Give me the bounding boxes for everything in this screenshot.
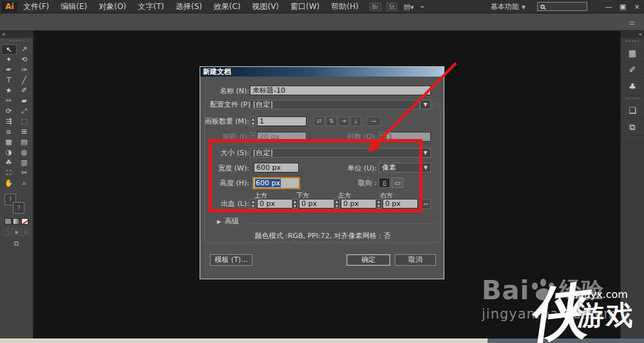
draw-inside-button[interactable]: ◲ (21, 228, 30, 236)
zoom-tool[interactable]: ⌕ (17, 178, 32, 189)
grid-by-column-button[interactable]: ⇅ (326, 116, 337, 126)
height-input[interactable]: 600 px (252, 177, 300, 189)
bleed-bottom-stepper[interactable]: ▲▼ (292, 199, 298, 209)
profile-dropdown[interactable]: [自定] (250, 100, 420, 109)
none-button[interactable] (21, 218, 28, 225)
rotate-tool[interactable]: ⟳ (1, 106, 17, 116)
grid-by-row-button[interactable]: ⇄ (314, 116, 325, 126)
width-input[interactable]: 600 px (254, 163, 299, 172)
close-button[interactable]: × (630, 0, 644, 14)
swatches-panel-icon[interactable]: ▦ (621, 45, 644, 62)
template-button[interactable]: 模板 (T)... (210, 254, 252, 266)
tools-panel-collapse[interactable]: « (0, 31, 33, 38)
bleed-left-input[interactable]: 0 px (341, 199, 376, 209)
advanced-expander-icon[interactable]: ▶ (217, 219, 221, 225)
magic-wand-tool[interactable]: ✦ (1, 55, 17, 65)
arrange-by-row-button[interactable]: ⇥ (338, 116, 349, 126)
eraser-tool[interactable]: ▰ (17, 96, 32, 106)
bleed-left-stepper[interactable]: ▲▼ (334, 199, 340, 209)
layers-panel-icon[interactable]: ❏ (621, 102, 644, 119)
search-input[interactable] (547, 3, 583, 10)
screen-mode-button[interactable]: ⧉ (0, 239, 33, 248)
hand-tool[interactable]: ✋ (1, 178, 17, 189)
artboards-input[interactable]: 1 (257, 116, 307, 126)
scale-tool[interactable]: ⤢ (17, 106, 32, 116)
curvature-pen-tool[interactable]: ✑ (17, 65, 32, 75)
stroke-color-swatch[interactable]: ? (13, 202, 24, 214)
illustrator-logo-icon[interactable]: Ai (2, 1, 17, 12)
artboards-stepper[interactable]: ▲▼ (250, 116, 256, 126)
orientation-landscape-button[interactable]: ▭ (392, 178, 403, 188)
dock-expand-button[interactable]: « (621, 31, 644, 38)
menu-help[interactable]: 帮助(H) (325, 0, 364, 14)
dialog-title-bar[interactable]: 新建文档 (200, 67, 444, 77)
unit-dropdown-caret[interactable]: ▼ (421, 163, 431, 172)
gradient-tool[interactable]: ▤ (17, 137, 32, 147)
ok-button[interactable]: 确定 (346, 254, 390, 266)
slice-tool[interactable]: ✂ (17, 168, 32, 178)
menu-object[interactable]: 对象(O) (93, 0, 132, 14)
shape-builder-tool[interactable]: ⧈ (1, 127, 17, 137)
pen-tool[interactable]: ✒ (1, 65, 17, 75)
size-dropdown-caret[interactable]: ▼ (420, 148, 431, 158)
free-transform-tool[interactable]: ⬚ (17, 116, 32, 127)
orientation-portrait-button[interactable]: ▯ (379, 178, 390, 188)
flow-direction-button[interactable]: → (366, 116, 381, 126)
cancel-button[interactable]: 取消 (395, 254, 436, 266)
dock-grip[interactable]: ••••• (621, 40, 644, 43)
menu-type[interactable]: 文字(T) (132, 0, 170, 14)
menu-window[interactable]: 窗口(W) (285, 0, 325, 14)
blend-tool[interactable]: ◍ (17, 147, 32, 158)
gradient-button[interactable] (13, 218, 20, 225)
panel-options-icon[interactable]: ⚌ (629, 18, 635, 26)
size-dropdown[interactable]: [自定] (250, 148, 420, 158)
draw-normal-button[interactable]: ▢ (3, 228, 12, 236)
bleed-bottom-input[interactable]: 0 px (299, 199, 334, 209)
lasso-tool[interactable]: ⟲ (17, 55, 32, 65)
bleed-right-stepper[interactable]: ▲▼ (375, 199, 382, 209)
direct-selection-tool[interactable]: ↗ (17, 44, 32, 55)
tools-panel-grip[interactable]: ••••• (0, 39, 33, 43)
bleed-top-stepper[interactable]: ▲▼ (250, 199, 256, 209)
shape-tool[interactable]: ★ (1, 86, 17, 96)
mesh-tool[interactable]: ▦ (1, 137, 17, 147)
menu-select[interactable]: 选择(S) (170, 0, 208, 14)
bridge-icon[interactable]: Br (370, 3, 381, 11)
arrange-documents-icon[interactable]: ▤▼ (404, 3, 414, 11)
perspective-grid-tool[interactable]: ⊞ (17, 127, 32, 137)
menu-effect[interactable]: 效果(C) (208, 0, 247, 14)
name-input[interactable]: 未标题-10 (250, 86, 431, 95)
color-button[interactable] (5, 218, 12, 225)
cs-live-icon[interactable]: ⌁ (421, 3, 425, 11)
bleed-link-icon[interactable]: ∾ (421, 199, 431, 209)
bleed-right-input[interactable]: 0 px (383, 199, 418, 209)
symbol-sprayer-tool[interactable]: ☘ (1, 158, 17, 168)
menu-edit[interactable]: 编辑(E) (55, 0, 93, 14)
paintbrush-tool[interactable]: ✐ (17, 86, 32, 96)
control-bar-grip[interactable]: ⁞ (2, 16, 3, 19)
menu-view[interactable]: 视图(V) (246, 0, 285, 14)
brushes-panel-icon[interactable]: ✐ (621, 62, 644, 79)
unit-dropdown[interactable]: 像素 (379, 163, 421, 172)
pencil-tool[interactable]: ✏ (1, 96, 17, 106)
width-tool[interactable]: ⇶ (1, 116, 17, 127)
column-graph-tool[interactable]: ▥ (17, 158, 32, 168)
profile-dropdown-caret[interactable]: ▼ (420, 100, 431, 109)
artboard-tool[interactable]: ⛶ (1, 168, 17, 178)
stock-icon[interactable]: St (386, 3, 397, 11)
restore-button[interactable]: ▣ (616, 0, 630, 14)
advanced-label[interactable]: 高级 (225, 216, 239, 226)
line-segment-tool[interactable]: ╱ (17, 75, 32, 86)
draw-behind-button[interactable]: ▣ (12, 228, 21, 236)
selection-tool[interactable]: ↖ (1, 44, 17, 55)
menu-file[interactable]: 文件(F) (17, 0, 55, 14)
workspace-switcher[interactable]: 基本功能▼ (491, 2, 526, 12)
arrange-by-column-button[interactable]: ⤓ (350, 116, 361, 126)
minimize-button[interactable]: — (601, 0, 616, 14)
eyedropper-tool[interactable]: ◑ (1, 147, 17, 158)
artboards-panel-icon[interactable]: ⧉ (621, 119, 644, 136)
symbols-panel-icon[interactable]: ♣ (621, 79, 644, 95)
type-tool[interactable]: T (1, 75, 17, 86)
search-box[interactable] (537, 2, 587, 11)
bleed-top-input[interactable]: 0 px (257, 199, 292, 209)
